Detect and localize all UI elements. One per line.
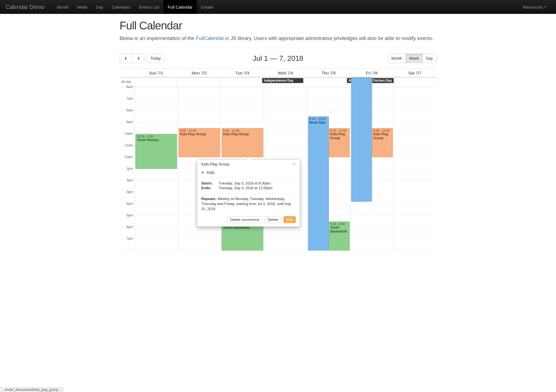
event-kids-play-group-tue[interactable]: 9:30 - 12:00 Kids Play Group bbox=[222, 128, 263, 157]
event-kids-play-group-thu[interactable]: 9:30 - 12:00 Kids Play Group bbox=[329, 128, 350, 157]
starts-value: Tuesday, July 3, 2018 at 9:30am bbox=[219, 181, 270, 185]
edit-button[interactable]: Edit bbox=[284, 216, 296, 223]
view-week-button[interactable]: Week bbox=[406, 54, 423, 63]
col-header-mon[interactable]: Mon 7/2 bbox=[178, 69, 221, 77]
popover-close-button[interactable]: × bbox=[292, 162, 296, 166]
allday-event-independence-day[interactable]: Independence Day bbox=[262, 78, 303, 83]
event-book-sale[interactable]: 8:30 - 12:00 Book Sale bbox=[308, 116, 329, 251]
view-month-button[interactable]: Month bbox=[388, 54, 406, 63]
event-blue-fri[interactable] bbox=[351, 77, 372, 202]
allday-row: all-day Independence Day National Fried … bbox=[120, 78, 436, 87]
day-column-thu[interactable]: 8:30 - 12:00 Book Sale 9:30 - 12:00 Kids… bbox=[307, 87, 350, 251]
nav-resources-dropdown[interactable]: Resources bbox=[519, 0, 550, 14]
repeats-label: Repeats: bbox=[201, 197, 217, 201]
allday-cell-wed[interactable]: Independence Day bbox=[262, 78, 304, 87]
ends-label: Ends: bbox=[201, 186, 219, 190]
today-button[interactable]: Today bbox=[147, 54, 164, 63]
allday-cell-tue[interactable] bbox=[219, 78, 262, 87]
column-header-row: Sun 7/1 Mon 7/2 Tue 7/3 Wed 7/4 Thu 7/5 … bbox=[120, 69, 436, 78]
popover-title: Kids Play Group bbox=[201, 162, 229, 166]
popover-arrow-icon bbox=[245, 157, 252, 160]
day-column-sat[interactable] bbox=[393, 87, 436, 251]
col-header-tue[interactable]: Tue 7/3 bbox=[221, 69, 264, 77]
page-lead: Below is an implementation of the FullCa… bbox=[120, 35, 436, 42]
divider bbox=[120, 48, 436, 48]
allday-cell-thu[interactable] bbox=[304, 78, 346, 87]
category-dot-icon bbox=[201, 171, 204, 174]
day-column-sun[interactable]: 10:00 - 1:00 Youth Hockey bbox=[135, 87, 178, 251]
col-header-fri[interactable]: Fri 7/6 bbox=[350, 69, 393, 77]
allday-cell-sun[interactable] bbox=[135, 78, 177, 87]
allday-cell-sat[interactable] bbox=[394, 78, 436, 87]
fullcalendar-link[interactable]: FullCalendar.io bbox=[196, 36, 229, 41]
nav-resources-label: Resources bbox=[523, 5, 543, 9]
delete-occurrence-button[interactable]: Delete occurrence bbox=[227, 216, 263, 223]
date-range-title: Jul 1 — 7, 2018 bbox=[253, 54, 303, 63]
delete-button[interactable]: Delete bbox=[265, 216, 281, 223]
page-title: Full Calendar bbox=[120, 19, 436, 32]
nav-week[interactable]: Week bbox=[73, 0, 92, 14]
event-kids-play-group-mon[interactable]: 9:30 - 12:00 Kids Play Group bbox=[178, 128, 220, 157]
col-header-wed[interactable]: Wed 7/4 bbox=[264, 69, 307, 77]
chevron-right-icon bbox=[137, 56, 140, 60]
prev-button[interactable] bbox=[120, 54, 132, 63]
nav-create[interactable]: Create bbox=[197, 0, 218, 14]
nav-calendars[interactable]: Calendars bbox=[108, 0, 135, 14]
nav-month[interactable]: Month bbox=[53, 0, 73, 14]
next-button[interactable] bbox=[132, 54, 145, 63]
event-popover: Kids Play Group × Kids Starts: Tuesday, … bbox=[197, 159, 300, 227]
navbar-brand[interactable]: Calendar Demo bbox=[6, 4, 50, 10]
col-header-sun[interactable]: Sun 7/1 bbox=[135, 69, 178, 77]
calendar-toolbar: Today Jul 1 — 7, 2018 Month Week Day bbox=[120, 54, 436, 63]
starts-label: Starts: bbox=[201, 181, 219, 185]
navbar: Calendar Demo Month Week Day Calendars E… bbox=[0, 0, 556, 14]
time-axis: 6am 7am 8am 9am 10am 11am 12pm 1pm 2pm 3… bbox=[120, 87, 135, 251]
col-header-thu[interactable]: Thu 7/5 bbox=[307, 69, 350, 77]
calendar-grid: Sun 7/1 Mon 7/2 Tue 7/3 Wed 7/4 Thu 7/5 … bbox=[120, 69, 436, 251]
allday-cell-mon[interactable] bbox=[177, 78, 219, 87]
nav-day[interactable]: Day bbox=[92, 0, 108, 14]
view-day-button[interactable]: Day bbox=[422, 54, 436, 63]
nav-full-calendar[interactable]: Full Calendar bbox=[163, 0, 197, 14]
event-kids-play-group-fri[interactable]: 9:30 - 12:00 Kids Play Group bbox=[372, 128, 393, 157]
popover-category: Kids bbox=[207, 170, 214, 175]
day-column-fri[interactable]: 9:30 - 12:00 Kids Play Group bbox=[350, 87, 393, 251]
ends-value: Tuesday, July 3, 2018 at 12:00pm bbox=[219, 186, 272, 190]
event-youth-basketball-thu[interactable]: 5:30 - 8:00 Youth Basketball bbox=[329, 221, 350, 251]
chevron-left-icon bbox=[125, 56, 127, 60]
caret-down-icon bbox=[544, 6, 546, 8]
event-youth-hockey[interactable]: 10:00 - 1:00 Youth Hockey bbox=[135, 134, 177, 169]
nav-events-list[interactable]: Events List bbox=[135, 0, 163, 14]
col-header-sat[interactable]: Sat 7/7 bbox=[393, 69, 436, 77]
time-grid: 6am 7am 8am 9am 10am 11am 12pm 1pm 2pm 3… bbox=[120, 87, 436, 251]
